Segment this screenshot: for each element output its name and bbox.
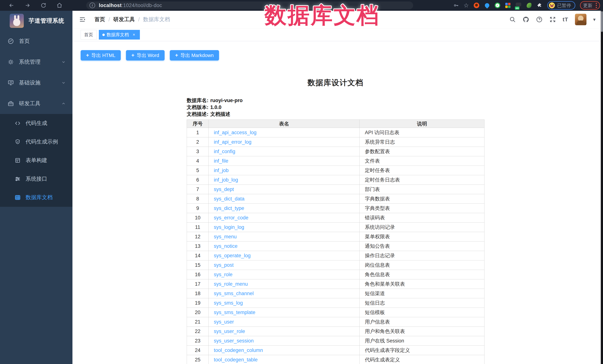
table-row: 17 sys_role_menu 角色和菜单关联表 bbox=[187, 279, 485, 289]
user-avatar[interactable] bbox=[575, 14, 586, 25]
sidebar-item-home[interactable]: 首页 bbox=[0, 31, 72, 52]
browser-update-chip[interactable]: 更新 bbox=[580, 1, 600, 10]
search-icon[interactable] bbox=[509, 16, 516, 23]
table-name-link[interactable]: sys_role_menu bbox=[214, 281, 248, 287]
browser-reload-icon[interactable] bbox=[40, 2, 46, 8]
app-logo-row[interactable]: 芋道管理系统 bbox=[0, 11, 72, 31]
extension-grid-icon[interactable] bbox=[505, 2, 511, 8]
export-html-button[interactable]: + 导出 HTML bbox=[81, 50, 121, 61]
tag-close-icon[interactable]: × bbox=[131, 32, 136, 37]
table-row: 7 sys_dept 部门表 bbox=[187, 185, 485, 194]
screen: i localhost:1024/tool/db-doc ☆ ✓ on 已暂停 bbox=[0, 0, 603, 364]
table-row: 18 sys_sms_channel 短信渠道 bbox=[187, 289, 485, 298]
table-name-link[interactable]: sys_post bbox=[214, 262, 234, 268]
col-header-index: 序号 bbox=[187, 120, 209, 128]
table-row: 4 inf_file 文件表 bbox=[187, 156, 485, 166]
tables-overview-table: 序号 表名 说明 1 inf_api_access_log bbox=[187, 120, 485, 364]
table-name-link[interactable]: sys_menu bbox=[214, 234, 237, 240]
plus-icon: + bbox=[86, 52, 89, 58]
browser-home-icon[interactable] bbox=[57, 2, 62, 8]
extension-leaf-icon[interactable] bbox=[526, 2, 532, 8]
extension-switch-icon[interactable]: on bbox=[515, 2, 522, 8]
table-name-link[interactable]: sys_sms_channel bbox=[214, 291, 254, 296]
plus-icon: + bbox=[175, 52, 178, 58]
export-markdown-button[interactable]: + 导出 Markdown bbox=[170, 50, 219, 61]
bookmark-star-icon[interactable]: ☆ bbox=[464, 3, 469, 8]
page-scrollbar[interactable] bbox=[601, 11, 603, 364]
extension-target-icon[interactable] bbox=[474, 2, 479, 8]
db-name-value: ruoyi-vue-pro bbox=[210, 97, 243, 104]
browser-back-icon[interactable] bbox=[9, 2, 14, 8]
db-name-label: 数据库名: bbox=[187, 97, 209, 104]
monitor-icon bbox=[7, 79, 14, 86]
plus-icon: + bbox=[131, 52, 134, 58]
scrollbar-thumb[interactable] bbox=[601, 11, 603, 32]
code-icon bbox=[14, 120, 21, 126]
table-row: 15 sys_post 岗位信息表 bbox=[187, 260, 485, 270]
browser-menu-icon[interactable] bbox=[596, 3, 597, 8]
sidebar-item-dev-tools[interactable]: 研发工具 bbox=[0, 93, 72, 114]
tag-home[interactable]: 首页 bbox=[81, 30, 97, 40]
table-name-link[interactable]: sys_role bbox=[214, 272, 232, 277]
table-name-link[interactable]: sys_operate_log bbox=[214, 253, 251, 258]
avatar-caret-down-icon[interactable]: ▾ bbox=[593, 17, 596, 22]
key-icon[interactable] bbox=[453, 3, 459, 8]
table-name-link[interactable]: inf_config bbox=[214, 149, 235, 154]
table-name-link[interactable]: tool_codegen_table bbox=[214, 357, 258, 363]
table-name-link[interactable]: sys_user_role bbox=[214, 329, 245, 334]
active-dot-icon bbox=[102, 33, 105, 36]
export-word-button[interactable]: + 导出 Word bbox=[126, 50, 164, 61]
font-size-icon[interactable]: tT bbox=[563, 16, 568, 23]
table-row: 11 sys_login_log 系统访问记录 bbox=[187, 222, 485, 232]
sidebar-item-infrastructure[interactable]: 基础设施 bbox=[0, 72, 72, 93]
extensions-puzzle-icon[interactable] bbox=[537, 2, 543, 8]
table-name-link[interactable]: sys_dict_type bbox=[214, 206, 244, 211]
sidebar-item-db-doc[interactable]: 数据库文档 bbox=[0, 188, 72, 207]
sliders-icon bbox=[14, 176, 21, 182]
sidebar-item-code-generation-example[interactable]: 代码生成示例 bbox=[0, 132, 72, 151]
doc-desc-label: 文档描述: bbox=[187, 111, 209, 118]
table-name-link[interactable]: sys_user_session bbox=[214, 338, 254, 343]
sidebar-item-form-builder[interactable]: 表单构建 bbox=[0, 151, 72, 170]
table-name-link[interactable]: sys_error_code bbox=[214, 215, 248, 221]
profile-emoji-icon bbox=[549, 2, 555, 8]
table-name-link[interactable]: sys_login_log bbox=[214, 224, 244, 230]
table-name-link[interactable]: inf_api_error_log bbox=[214, 139, 252, 145]
sidebar-item-code-generation[interactable]: 代码生成 bbox=[0, 114, 72, 132]
table-name-link[interactable]: tool_codegen_column bbox=[214, 347, 263, 353]
site-info-icon[interactable]: i bbox=[90, 3, 95, 8]
table-name-link[interactable]: inf_file bbox=[214, 158, 228, 164]
breadcrumb-home[interactable]: 首页 bbox=[94, 16, 105, 23]
main-area: 首页 / 研发工具 / 数据库文档 tT ▾ 首页 bbox=[72, 11, 603, 364]
fullscreen-icon[interactable] bbox=[549, 16, 556, 23]
table-name-link[interactable]: sys_user bbox=[214, 319, 234, 325]
table-name-link[interactable]: sys_dict_data bbox=[214, 196, 244, 202]
table-name-link[interactable]: sys_sms_template bbox=[214, 310, 255, 315]
sidebar-item-system-api[interactable]: 系统接口 bbox=[0, 170, 72, 188]
extension-drop-icon[interactable] bbox=[484, 2, 490, 8]
extension-check-icon[interactable]: ✓ bbox=[495, 3, 500, 8]
sidebar-item-system[interactable]: 系统管理 bbox=[0, 52, 72, 72]
collapse-sidebar-icon[interactable] bbox=[79, 16, 86, 23]
doc-version-value: 1.0.0 bbox=[210, 104, 221, 111]
browser-forward-icon[interactable] bbox=[24, 2, 30, 8]
table-row: 1 inf_api_access_log API 访问日志表 bbox=[187, 128, 485, 137]
tag-db-doc[interactable]: 数据库文档 × bbox=[99, 30, 140, 40]
export-toolbar: + 导出 HTML + 导出 Word + 导出 Markdown bbox=[81, 50, 603, 61]
table-name-link[interactable]: inf_job bbox=[214, 168, 229, 173]
github-icon[interactable] bbox=[522, 16, 529, 23]
table-row: 8 sys_dict_data 字典数据表 bbox=[187, 194, 485, 204]
table-name-link[interactable]: sys_dept bbox=[214, 187, 234, 192]
table-header-row: 序号 表名 说明 bbox=[187, 120, 485, 128]
doc-desc-value: 文档描述 bbox=[210, 111, 230, 118]
table-name-link[interactable]: inf_job_log bbox=[214, 177, 238, 183]
table-name-link[interactable]: sys_sms_log bbox=[214, 300, 243, 306]
url-text: localhost:1024/tool/db-doc bbox=[99, 3, 162, 8]
dev-tools-submenu: 代码生成 代码生成示例 表单构建 系统接口 bbox=[0, 114, 72, 207]
form-icon bbox=[14, 157, 21, 164]
help-icon[interactable] bbox=[536, 16, 543, 23]
table-name-link[interactable]: sys_notice bbox=[214, 243, 238, 249]
table-row: 20 sys_sms_template 短信模板 bbox=[187, 308, 485, 317]
profile-sync-paused-chip[interactable]: 已暂停 bbox=[547, 1, 575, 10]
table-name-link[interactable]: inf_api_access_log bbox=[214, 130, 256, 135]
